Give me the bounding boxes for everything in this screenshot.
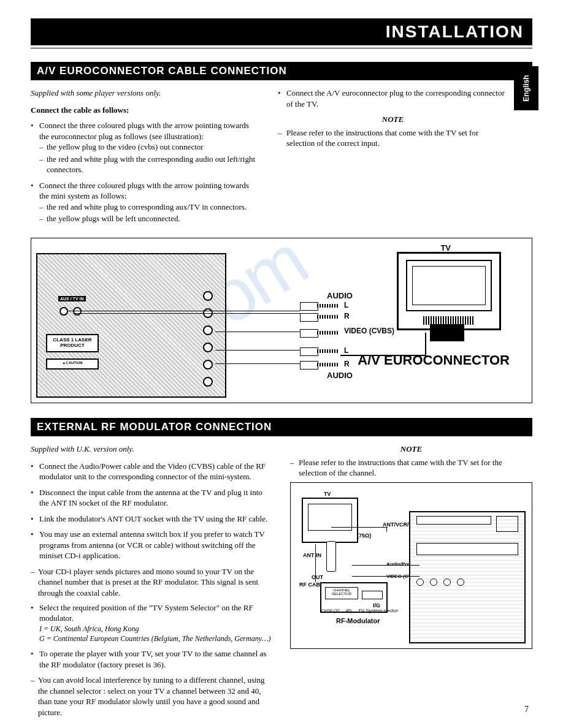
s2-b3: Link the modulator's ANT OUT socket with… <box>31 514 273 525</box>
d2-cable-line-icon <box>331 527 388 528</box>
s2-b6-lead: Select the required position of the "TV … <box>39 603 253 623</box>
d2-tv-label: TV <box>324 490 331 498</box>
d1-aux-label: AUX / TV IN <box>58 296 86 301</box>
d1-l2-label: L <box>344 346 348 355</box>
s2-b6: Select the required position of the "TV … <box>31 602 273 643</box>
section2-body: Supplied with U.K. version only. Connect… <box>31 444 532 728</box>
d2-cable-line-icon <box>386 527 387 532</box>
diagram-av-euroconnector: AUX / TV IN CLASS 1 LASER PRODUCT ▲CAUTI… <box>31 238 532 403</box>
s1-note-text: Please refer to the instructions that co… <box>278 127 508 149</box>
s1-b1-lead: Connect the three coloured plugs with th… <box>39 121 249 141</box>
d1-cable-line-icon <box>215 363 301 364</box>
d2-tvsys-label: TV System slector <box>358 608 398 615</box>
s2-b6-i1: I = UK, South Africa, Hong Kong <box>39 624 273 634</box>
d1-jack-icon <box>203 325 213 335</box>
d2-antin-label: ANT IN <box>303 552 321 559</box>
section2-right: NOTE Please refer to the instructions th… <box>290 444 532 649</box>
d1-video-label: VIDEO (CVBS) <box>344 327 394 335</box>
s2-b1: Connect the Audio/Power cable and the Vi… <box>31 461 273 482</box>
d2-cable-line-icon <box>315 544 316 582</box>
page-title-banner: INSTALLATION <box>31 18 532 45</box>
s2-note-head: NOTE <box>290 444 532 455</box>
s1-b2-lead: Connect the three coloured plugs with th… <box>39 181 249 201</box>
s2-b4: You may use an external antenna switch b… <box>31 529 273 561</box>
s1-b2: Connect the three coloured plugs with th… <box>31 180 261 224</box>
d2-chsel-label: CHANNEL SELECTOR <box>325 587 358 599</box>
section1-body: Supplied with some player versions only.… <box>31 88 532 229</box>
d2-tv-icon <box>302 498 358 543</box>
d1-rca-icon <box>59 307 68 316</box>
d1-tv-icon <box>397 252 501 330</box>
s2-d2: You can avoid local interference by tuni… <box>31 675 273 718</box>
d1-plug-icon <box>300 361 339 368</box>
d2-rfmod-label: RF-Modulator <box>336 616 380 626</box>
s1-rb1: Connect the A/V euroconnector plug to th… <box>278 88 508 109</box>
s1-note-head: NOTE <box>278 114 508 125</box>
d1-player-rear: AUX / TV IN CLASS 1 LASER PRODUCT ▲CAUTI… <box>36 253 226 398</box>
s1-b1: Connect the three coloured plugs with th… <box>31 120 261 175</box>
d1-jack-icon <box>203 360 213 370</box>
language-tab: English <box>514 66 538 110</box>
d1-rca-icon <box>73 307 82 316</box>
d2-player-icon <box>409 511 526 643</box>
d1-plug-icon <box>300 347 339 355</box>
d1-jack-icon <box>203 343 213 352</box>
d1-l-label: L <box>344 301 348 309</box>
d1-audio-label: AUDIO <box>327 291 353 300</box>
s1-bullets: Connect the three coloured plugs with th… <box>31 120 261 224</box>
d2-cable-line-icon <box>352 565 419 566</box>
d1-euroconnector-icon <box>430 324 464 341</box>
section2-heading: EXTERNAL RF MODULATOR CONNECTION <box>31 418 532 436</box>
d1-euroconnector-title: A/V EUROCONNECTOR <box>358 352 510 368</box>
s2-bullets: Connect the Audio/Power cable and the Vi… <box>31 461 273 561</box>
diagram-rf-modulator: TV ANT/VCR/CABLE (75Ω) ANT IN OUT RF CAB… <box>290 482 532 649</box>
d2-chrange-label: CH36 (32.....40) <box>321 608 352 613</box>
s2-b8: You can avoid local interference by tuni… <box>31 675 273 718</box>
d2-cable-line-icon <box>352 576 419 577</box>
page-number: 7 <box>524 705 529 715</box>
s2-d1: Your CD-i player sends pictures and mono… <box>31 566 273 599</box>
d1-plug-icon <box>300 302 339 309</box>
d1-jack-column <box>203 291 213 387</box>
s2-supplied: Supplied with U.K. version only. <box>31 444 273 455</box>
d1-tv-label: TV <box>440 243 451 252</box>
d1-laser-label: CLASS 1 LASER PRODUCT <box>46 334 99 352</box>
section1-right: Connect the A/V euroconnector plug to th… <box>278 88 532 229</box>
d1-plug-icon <box>300 329 339 336</box>
d1-cable-line-icon <box>215 332 301 332</box>
d1-cable-line-icon <box>74 313 300 314</box>
d1-r-label: R <box>344 312 350 320</box>
s1-b2-subs: the red and white plug to corresponding … <box>39 202 261 224</box>
s2-bullets2: Select the required position of the "TV … <box>31 602 273 670</box>
s2-b2: Disconnect the input cable from the ante… <box>31 487 273 509</box>
s1-b1-subs: the yellow plug to the video (cvbs) out … <box>39 142 261 175</box>
s1-b1-s2: the red and white plug with the correspo… <box>39 154 261 175</box>
s1-b2-s2: the yellow plugs will be left unconnecte… <box>39 213 261 224</box>
s1-supplied: Supplied with some player versions only. <box>31 88 261 99</box>
d1-plug-icon <box>300 313 339 320</box>
d1-cable-line-icon <box>215 350 301 351</box>
d1-caution-label: ▲CAUTION <box>46 358 99 370</box>
section2-left: Supplied with U.K. version only. Connect… <box>31 444 273 728</box>
s2-b5: Your CD-i player sends pictures and mono… <box>31 566 273 599</box>
s2-b7: To operate the player with your TV, set … <box>31 648 273 670</box>
d2-coax-icon <box>326 541 336 572</box>
s1-right-bullets: Connect the A/V euroconnector plug to th… <box>278 88 508 109</box>
s1-b1-s1: the yellow plug to the video (cvbs) out … <box>39 142 261 153</box>
language-tab-label: English <box>522 75 530 101</box>
s1-connect-head: Connect the cable as follows: <box>31 105 261 116</box>
s2-note-text: Please refer to the instructions that ca… <box>290 457 532 479</box>
section1-left: Supplied with some player versions only.… <box>31 88 261 229</box>
banner-rule <box>31 48 532 48</box>
d1-jack-icon <box>203 377 213 387</box>
d1-audio2-label: AUDIO <box>327 371 353 380</box>
s2-b6-i2: G = Continental European Countries (Belg… <box>39 634 273 643</box>
d1-r2-label: R <box>344 360 350 368</box>
d2-tvsys-switch-icon <box>362 591 383 599</box>
s1-b2-s1: the red and white plug to corresponding … <box>39 202 261 213</box>
d1-jack-icon <box>203 291 213 301</box>
d2-ohm-label: (75Ω) <box>357 532 371 539</box>
d1-cable-line-icon <box>67 311 300 311</box>
d2-out-label: OUT <box>312 574 323 581</box>
section1-heading: A/V EUROCONNECTOR CABLE CONNECTION <box>31 62 532 80</box>
